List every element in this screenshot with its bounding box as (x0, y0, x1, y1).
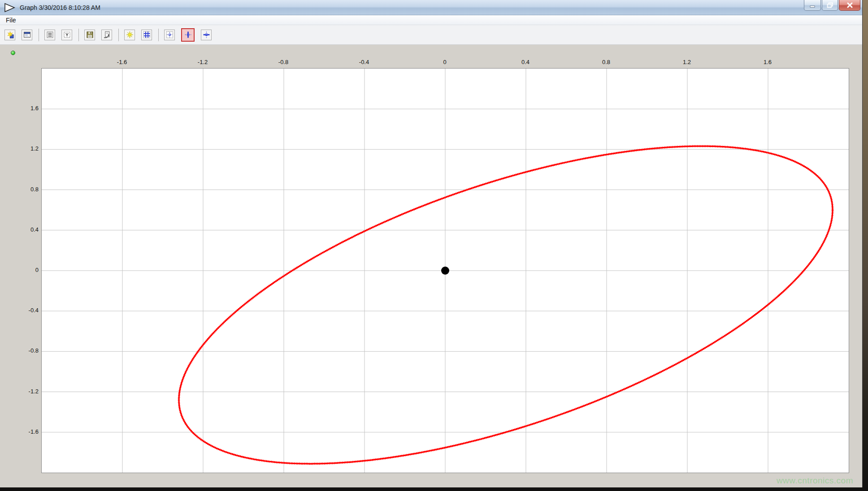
copy-window-button[interactable] (22, 30, 32, 40)
x-tick-label: -0.8 (270, 59, 297, 65)
front-panel: -1.6-1.2-0.8-0.400.40.81.21.6 1.61.20.80… (0, 45, 862, 487)
y-tick-label: -1.6 (12, 428, 39, 435)
graph-window: Graph 3/30/2016 8:10:28 AM F (0, 0, 863, 487)
autoscale-button[interactable] (124, 30, 135, 40)
save-icon (86, 31, 94, 39)
labview-run-arrow-icon (4, 2, 16, 13)
edit-plot-button[interactable] (4, 30, 15, 40)
title-bar[interactable]: Graph 3/30/2016 8:10:28 AM (0, 0, 862, 15)
list-view-icon (46, 31, 54, 39)
zoom-x-cursor-button[interactable] (181, 28, 195, 42)
axis-labels-icon (63, 31, 71, 39)
ellipse-curve (179, 146, 833, 464)
toolbar-separator (158, 29, 159, 41)
menu-file[interactable]: File (0, 15, 19, 24)
x-tick-label: 0 (431, 59, 458, 65)
zoom-y-cursor-icon (203, 31, 210, 39)
zoom-y-cursor-button[interactable] (201, 30, 212, 40)
x-tick-label: 0.4 (512, 59, 539, 65)
plot-area[interactable] (41, 68, 849, 473)
x-tick-label: 1.2 (673, 59, 700, 65)
x-tick-label: -1.2 (189, 59, 216, 65)
y-tick-label: -0.8 (12, 347, 39, 354)
save-button[interactable] (84, 30, 95, 40)
y-tick-label: 1.2 (12, 145, 39, 152)
axis-labels-button[interactable] (61, 30, 72, 40)
ellipse-curve-dots (179, 146, 833, 464)
menu-bar: File (0, 15, 862, 25)
toolbar-separator (39, 29, 39, 41)
pan-cursor-icon (166, 31, 174, 39)
origin-marker (441, 267, 449, 275)
pan-cursor-button[interactable] (164, 30, 175, 40)
close-icon (846, 2, 853, 8)
toolbar-separator (78, 29, 79, 41)
export-image-button[interactable] (101, 30, 112, 40)
watermark: www.cntronics.com (777, 476, 853, 486)
desktop-background-bottom (0, 487, 868, 491)
list-view-button[interactable] (44, 30, 55, 40)
zoom-x-cursor-icon (184, 31, 192, 39)
restore-icon (827, 2, 833, 8)
y-tick-label: 0.8 (12, 186, 39, 193)
x-tick-label: -1.6 (108, 59, 135, 65)
y-tick-label: 0.4 (12, 226, 39, 233)
edit-plot-icon (6, 31, 14, 39)
grid-settings-button[interactable] (141, 30, 152, 40)
window-controls (803, 0, 860, 12)
grid-settings-icon (143, 31, 151, 39)
minimize-button[interactable] (804, 0, 821, 11)
x-tick-label: 1.6 (754, 59, 781, 65)
x-tick-label: -0.4 (351, 59, 378, 65)
y-tick-label: 0 (12, 267, 39, 273)
toolbar (0, 25, 862, 45)
y-tick-label: -0.4 (12, 307, 39, 314)
minimize-icon (809, 3, 816, 8)
toolbar-separator (118, 29, 119, 41)
copy-window-icon (23, 31, 31, 39)
autoscale-icon (126, 31, 134, 39)
y-tick-label: 1.6 (12, 105, 39, 112)
y-tick-label: -1.2 (12, 388, 39, 395)
close-button[interactable] (839, 0, 860, 11)
window-title: Graph 3/30/2016 8:10:28 AM (20, 4, 100, 11)
status-led-icon (11, 51, 15, 55)
restore-button[interactable] (822, 0, 838, 11)
x-tick-label: 0.8 (593, 59, 620, 65)
export-image-icon (103, 31, 111, 39)
